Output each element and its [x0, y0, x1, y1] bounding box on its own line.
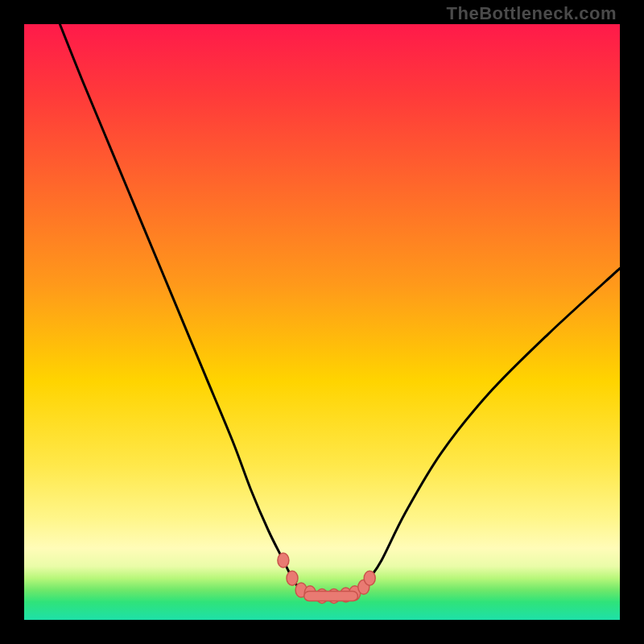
bottleneck-curve: [24, 24, 620, 620]
curve-marker: [287, 571, 298, 585]
curve-marker: [364, 571, 375, 585]
curve-path: [60, 24, 620, 597]
watermark: TheBottleneck.com: [447, 3, 617, 24]
floor-marker-band: [304, 591, 358, 601]
curve-marker: [278, 553, 289, 568]
chart-frame: TheBottleneck.com: [0, 0, 644, 644]
plot-area: [24, 24, 620, 620]
